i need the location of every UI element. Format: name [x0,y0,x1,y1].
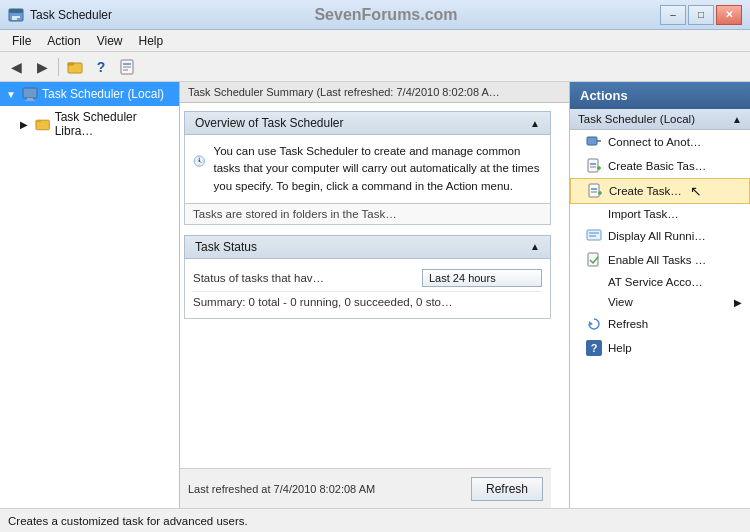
forward-button[interactable]: ▶ [30,56,54,78]
svg-marker-33 [589,321,593,326]
window-controls: – □ ✕ [660,5,742,25]
svg-rect-23 [588,159,598,172]
main-layout: ▼ Task Scheduler (Local) ▶ Task Schedule… [0,82,750,508]
maximize-button[interactable]: □ [688,5,714,25]
toolbar: ◀ ▶ ? [0,52,750,82]
svg-rect-10 [27,98,33,100]
create-basic-icon [586,158,602,174]
svg-rect-1 [9,9,23,13]
right-panel: Actions Task Scheduler (Local) ▲ Connect… [570,82,750,508]
action-enable-all[interactable]: Enable All Tasks … [570,248,750,272]
title-bar-left: Task Scheduler [8,7,112,23]
title-bar: Task Scheduler SevenForums.com – □ ✕ [0,0,750,30]
action-refresh[interactable]: Refresh [570,312,750,336]
last-refreshed-text: Last refreshed at 7/4/2010 8:02:08 AM [188,483,375,495]
toolbar-separator [58,58,59,76]
refresh-icon [586,316,602,332]
center-panel: Task Scheduler Summary (Last refreshed: … [180,82,570,508]
status-text: Creates a customized task for advanced u… [8,515,248,527]
back-button[interactable]: ◀ [4,56,28,78]
status-row: Status of tasks that hav… Last 24 hours … [193,265,542,292]
menu-action[interactable]: Action [39,32,88,50]
svg-point-16 [199,160,200,161]
help-toolbar-button[interactable]: ? [89,56,113,78]
create-task-icon [587,183,603,199]
window-title: Task Scheduler [30,8,112,22]
action-help[interactable]: ? Help [570,336,750,360]
center-header: Task Scheduler Summary (Last refreshed: … [180,82,569,103]
svg-rect-21 [587,137,597,145]
summary-row: Summary: 0 total - 0 running, 0 succeede… [193,292,542,312]
expand-arrow: ▼ [6,89,18,100]
submenu-arrow: ▶ [734,297,742,308]
svg-rect-29 [587,230,601,240]
watermark: SevenForums.com [112,6,660,24]
tree-label-library: Task Scheduler Libra… [55,110,173,138]
overview-truncated: Tasks are stored in folders in the Task… [184,204,551,225]
action-create-task[interactable]: Create Task… ↖ [570,178,750,204]
action-at-service[interactable]: AT Service Acco… [570,272,750,292]
svg-rect-11 [25,100,35,101]
close-button[interactable]: ✕ [716,5,742,25]
action-create-basic[interactable]: Create Basic Tas… [570,154,750,178]
cursor-indicator: ↖ [690,183,702,199]
tree-item-library[interactable]: ▶ Task Scheduler Libra… [0,106,179,142]
overview-header[interactable]: Overview of Task Scheduler ▲ [184,111,551,135]
action-connect[interactable]: Connect to Anot… [570,130,750,154]
connect-icon [586,134,602,150]
menu-view[interactable]: View [89,32,131,50]
task-status-section: Task Status ▲ Status of tasks that hav… … [180,231,569,319]
actions-header: Actions [570,82,750,109]
display-icon [586,228,602,244]
action-view[interactable]: View ▶ [570,292,750,312]
minimize-button[interactable]: – [660,5,686,25]
folder-button[interactable] [63,56,87,78]
bottom-bar: Last refreshed at 7/4/2010 8:02:08 AM Re… [180,468,551,508]
menu-help[interactable]: Help [131,32,172,50]
task-status-header[interactable]: Task Status ▲ [184,235,551,259]
computer-icon [22,86,38,102]
folder-tree-icon [35,116,50,132]
action-display-running[interactable]: Display All Runni… [570,224,750,248]
overview-content: You can use Task Scheduler to create and… [184,135,551,204]
menu-bar: File Action View Help [0,30,750,52]
enable-icon [586,252,602,268]
action-import[interactable]: Import Task… [570,204,750,224]
tree-item-local[interactable]: ▼ Task Scheduler (Local) [0,82,179,106]
actions-group-header: Task Scheduler (Local) ▲ [570,109,750,130]
left-panel: ▼ Task Scheduler (Local) ▶ Task Schedule… [0,82,180,508]
overview-text: You can use Task Scheduler to create and… [214,143,540,195]
library-arrow: ▶ [20,119,31,130]
help-icon: ? [586,340,602,356]
svg-rect-9 [23,88,37,98]
menu-file[interactable]: File [4,32,39,50]
time-select[interactable]: Last 24 hours Last Hour Last 7 Days Last… [422,269,542,287]
refresh-button[interactable]: Refresh [471,477,543,501]
content-area: Overview of Task Scheduler ▲ You can [180,103,569,508]
task-status-content: Status of tasks that hav… Last 24 hours … [184,259,551,319]
folder-icon [67,59,83,75]
properties-button[interactable] [115,56,139,78]
clock-icon [193,143,206,179]
app-icon [8,7,24,23]
time-select-wrapper[interactable]: Last 24 hours Last Hour Last 7 Days Last… [422,269,542,287]
status-label: Status of tasks that hav… [193,272,414,284]
svg-rect-26 [589,184,599,197]
status-bar: Creates a customized task for advanced u… [0,508,750,532]
tree-label-local: Task Scheduler (Local) [42,87,164,101]
properties-icon [119,59,135,75]
